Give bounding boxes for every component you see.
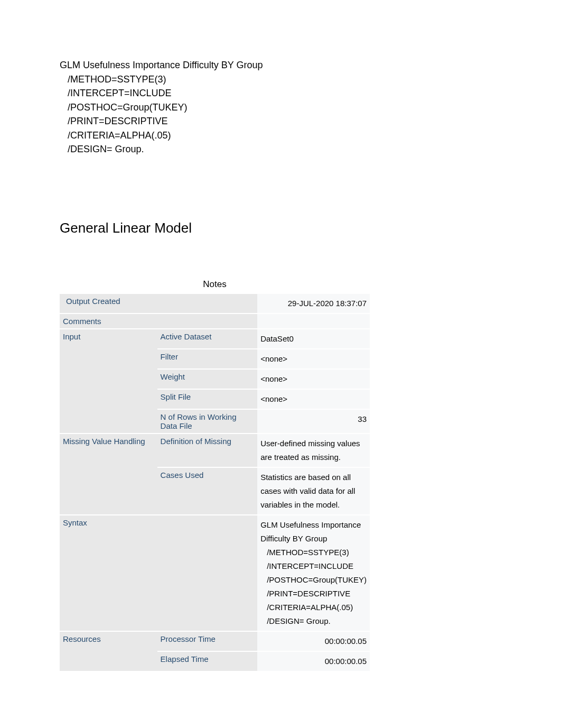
label-split-file: Split File (157, 389, 258, 409)
row-output-created: Output Created 29-JUL-2020 18:37:07 (60, 294, 370, 314)
value-output-created: 29-JUL-2020 18:37:07 (257, 294, 370, 314)
value-elapsed-time: 00:00:00.05 (257, 651, 370, 671)
value-filter: <none> (257, 349, 370, 369)
notes-table: Output Created 29-JUL-2020 18:37:07 Comm… (60, 294, 370, 672)
value-weight: <none> (257, 369, 370, 389)
label-missing: Missing Value Handling (60, 434, 157, 515)
label-cases-used: Cases Used (157, 467, 258, 515)
label-comments: Comments (60, 314, 257, 329)
label-elapsed-time: Elapsed Time (157, 651, 258, 671)
label-output-created: Output Created (60, 294, 257, 314)
label-processor-time: Processor Time (157, 631, 258, 651)
value-comments (257, 314, 370, 329)
label-active-dataset: Active Dataset (157, 329, 258, 349)
value-definition: User-defined missing values are treated … (257, 434, 370, 467)
label-resources: Resources (60, 631, 157, 671)
row-syntax: Syntax GLM Usefulness Importance Difficu… (60, 515, 370, 631)
value-syntax: GLM Usefulness Importance Difficulty BY … (257, 515, 370, 631)
row-input-active-dataset: Input Active Dataset DataSet0 (60, 329, 370, 349)
value-active-dataset: DataSet0 (257, 329, 370, 349)
row-resources-processor: Resources Processor Time 00:00:00.05 (60, 631, 370, 651)
label-filter: Filter (157, 349, 258, 369)
value-processor-time: 00:00:00.05 (257, 631, 370, 651)
label-syntax: Syntax (60, 515, 257, 631)
section-heading: General Linear Model (60, 220, 501, 236)
row-missing-definition: Missing Value Handling Definition of Mis… (60, 434, 370, 467)
label-weight: Weight (157, 369, 258, 389)
syntax-command-block: GLM Usefulness Importance Difficulty BY … (60, 58, 501, 156)
label-input: Input (60, 329, 157, 434)
value-split-file: <none> (257, 389, 370, 409)
label-nrows: N of Rows in Working Data File (157, 409, 258, 434)
value-cases-used: Statistics are based on all cases with v… (257, 467, 370, 515)
value-nrows: 33 (257, 409, 370, 434)
notes-title: Notes (60, 276, 370, 294)
notes-table-wrap: Notes Output Created 29-JUL-2020 18:37:0… (60, 276, 370, 672)
label-definition: Definition of Missing (157, 434, 258, 467)
row-comments: Comments (60, 314, 370, 329)
